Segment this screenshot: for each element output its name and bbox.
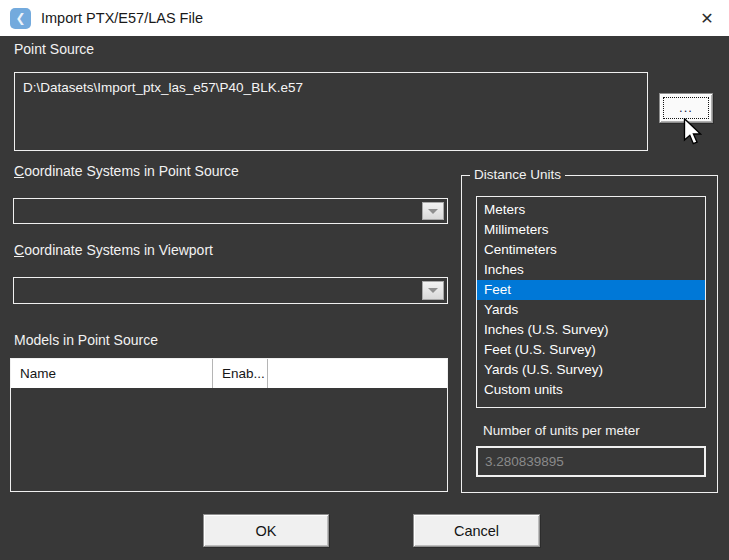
point-source-label: Point Source — [14, 41, 94, 57]
close-icon: ✕ — [700, 9, 713, 28]
cs-viewport-combobox[interactable] — [13, 277, 448, 304]
distance-units-listbox[interactable]: Meters Millimeters Centimeters Inches Fe… — [476, 196, 706, 408]
column-header-spacer — [268, 359, 447, 388]
window-title: Import PTX/E57/LAS File — [41, 10, 203, 26]
unit-option[interactable]: Inches — [477, 260, 705, 280]
ok-button[interactable]: OK — [203, 514, 329, 547]
back-chevron-icon: ❮ — [15, 12, 25, 24]
unit-option[interactable]: Millimeters — [477, 220, 705, 240]
mouse-cursor — [683, 118, 702, 146]
close-button[interactable]: ✕ — [694, 6, 720, 30]
app-icon: ❮ — [10, 8, 31, 29]
cs-point-source-dropdown-button[interactable] — [422, 202, 444, 220]
models-table[interactable]: Name Enab... — [10, 358, 448, 492]
unit-option[interactable]: Yards — [477, 300, 705, 320]
cs-viewport-label: Coordinate Systems in Viewport — [14, 242, 213, 258]
cancel-button[interactable]: Cancel — [413, 514, 540, 547]
models-table-header: Name Enab... — [11, 359, 447, 388]
unit-option[interactable]: Centimeters — [477, 240, 705, 260]
models-label: Models in Point Source — [14, 332, 158, 348]
cs-viewport-dropdown-button[interactable] — [422, 281, 444, 300]
models-table-body — [11, 388, 447, 491]
distance-units-group-label: Distance Units — [470, 167, 565, 182]
chevron-down-icon — [428, 288, 438, 293]
unit-option[interactable]: Meters — [477, 200, 705, 220]
column-header-name[interactable]: Name — [11, 359, 213, 388]
chevron-down-icon — [428, 209, 438, 214]
titlebar: ❮ Import PTX/E57/LAS File ✕ — [0, 0, 729, 36]
units-per-meter-input[interactable] — [476, 446, 706, 477]
cs-point-source-label: Coordinate Systems in Point Source — [14, 163, 239, 179]
units-per-meter-label: Number of units per meter — [483, 423, 640, 438]
point-source-box[interactable]: D:\Datasets\Import_ptx_las_e57\P40_BLK.e… — [14, 72, 648, 151]
unit-option[interactable]: Feet — [477, 280, 705, 300]
import-dialog: ❮ Import PTX/E57/LAS File ✕ Point Source… — [0, 0, 729, 560]
unit-option[interactable]: Custom units — [477, 380, 705, 400]
unit-option[interactable]: Yards (U.S. Survey) — [477, 360, 705, 380]
unit-option[interactable]: Inches (U.S. Survey) — [477, 320, 705, 340]
column-header-enabled[interactable]: Enab... — [213, 359, 268, 388]
point-source-path: D:\Datasets\Import_ptx_las_e57\P40_BLK.e… — [23, 80, 303, 95]
unit-option[interactable]: Feet (U.S. Survey) — [477, 340, 705, 360]
cs-point-source-combobox[interactable] — [13, 198, 448, 224]
